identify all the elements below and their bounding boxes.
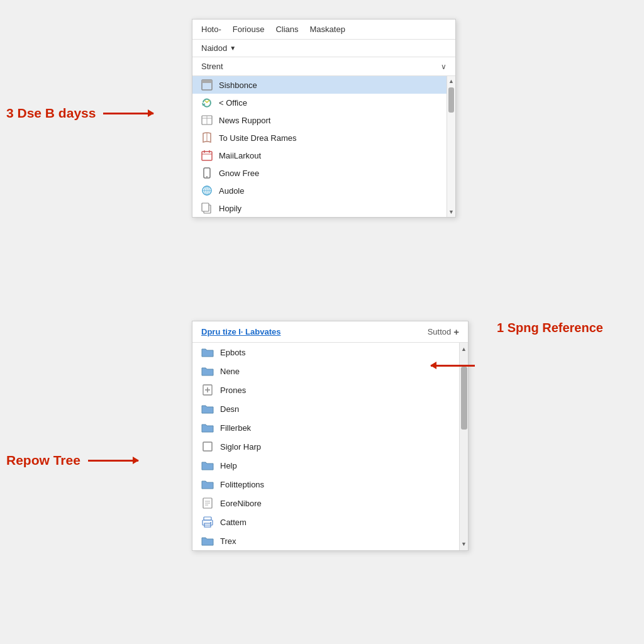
file-item-nene[interactable]: Nene [192,362,459,380]
printer-icon [201,516,214,528]
list-item-gnow-free[interactable]: Gnow Free [192,164,447,182]
scroll-down-button[interactable]: ▼ [447,207,455,217]
file-item-cattem[interactable]: Cattem [192,513,459,531]
file-label: Trex [220,536,236,546]
toolbar-row: Naidod ▼ [192,40,455,57]
list-item-label: Gnow Free [219,169,259,178]
check-refresh-icon [201,97,213,108]
bottom-header: Dpru tize I· Labvates Suttod + [192,321,468,343]
file-label: Fillerbek [220,423,251,433]
square-icon [201,440,214,453]
book-icon [201,132,213,143]
annotation-repow: Repow Tree [6,453,138,468]
list-item-label: Hopily [219,204,242,213]
svg-point-17 [203,186,211,195]
list-item-office[interactable]: < Office [192,94,447,111]
file-item-fillerbek[interactable]: Fillerbek [192,418,459,437]
window-icon [201,79,213,91]
svg-rect-28 [204,517,211,520]
folder-icon [201,402,214,415]
list-item-label: Audole [219,186,244,196]
list-item-sishbonce[interactable]: Sishbonce [192,76,447,94]
list-item-label: Sishbonce [219,80,257,90]
scrollbar-thumb[interactable] [448,87,454,113]
file-label: Epbots [220,348,245,357]
globe-color-icon [201,185,213,196]
scroll-down-btn[interactable]: ▼ [461,539,467,549]
file-item-eorenibore[interactable]: EoreNibore [192,494,459,513]
list-item-news-rupport[interactable]: News Rupport [192,111,447,129]
strent-row[interactable]: Strent ∨ [192,57,455,76]
scrollbar-thumb[interactable] [461,367,467,430]
menu-item-clians[interactable]: Clians [275,25,298,34]
dropdown-wrapper: Sishbonce < Office [192,76,455,217]
list-item-hopily[interactable]: Hopily [192,199,447,217]
file-item-desn[interactable]: Desn [192,399,459,418]
file-list-container: Epbots Nene Prones [192,343,468,550]
file-label: Siglor Harp [220,442,261,452]
file-item-help[interactable]: Help [192,456,459,475]
svg-point-12 [206,176,208,177]
file-item-epbots[interactable]: Epbots [192,343,459,362]
file-label: Folitteptions [220,480,264,489]
naidod-chevron-icon: ▼ [230,45,236,52]
folder-icon [201,459,214,472]
file-label: Nene [220,367,240,376]
file-label: EoreNibore [220,499,262,508]
svg-rect-23 [203,442,212,451]
bottom-scrollbar[interactable]: ▲ ▼ [459,343,468,550]
file-list: Epbots Nene Prones [192,343,459,550]
lines-doc-icon [201,497,214,509]
list-item-audole[interactable]: Audole [192,182,447,199]
menu-item-maskatep[interactable]: Maskatep [310,25,345,34]
svg-rect-6 [202,152,212,160]
folder-icon [201,421,214,434]
annotation-label-repow: Repow Tree [6,453,80,468]
dropdown-list: Sishbonce < Office [192,76,447,217]
folder-icon [201,346,214,358]
file-label: Help [220,461,237,470]
file-item-folitteptions[interactable]: Folitteptions [192,475,459,494]
file-label: Desn [220,404,239,414]
file-item-prones[interactable]: Prones [192,380,459,399]
file-label: Cattem [220,518,247,527]
strent-chevron-icon: ∨ [441,62,447,71]
svg-rect-1 [202,80,212,83]
annotation-label-3dse: 3 Dse B dayss [6,106,96,121]
annotation-3dse: 3 Dse B dayss [6,106,153,121]
menu-item-hoto[interactable]: Hoto- [201,25,221,34]
list-item-label: News Rupport [219,116,270,125]
list-item-label: < Office [219,98,247,108]
scroll-up-button[interactable]: ▲ [447,76,455,86]
folder-icon [201,478,214,491]
list-item-maiilarkout[interactable]: MaiiLarkout [192,147,447,164]
grid-doc-icon [201,114,213,126]
list-item-label: To Usite Drea Rames [219,133,297,143]
scroll-up-btn[interactable]: ▲ [461,344,467,354]
folder-icon [201,365,214,377]
svg-rect-19 [202,203,209,211]
svg-point-31 [210,522,211,523]
bottom-file-panel: Dpru tize I· Labvates Suttod + Epbots Ne… [192,321,469,551]
plus-doc-icon [201,384,214,396]
annotation-arrow-1spng [431,365,475,367]
file-label: Prones [220,386,246,395]
bottom-panel-title[interactable]: Dpru tize I· Labvates [201,327,280,336]
list-item-label: MaiiLarkout [219,151,261,160]
calendar-icon [201,150,213,161]
file-item-siglor-harp[interactable]: Siglor Harp [192,437,459,456]
file-item-trex[interactable]: Trex [192,531,459,550]
menu-item-foriouse[interactable]: Foriouse [233,25,265,34]
copy-doc-icon [201,203,213,214]
menu-bar: Hoto- Foriouse Clians Maskatep [192,19,455,40]
suttod-button[interactable]: Suttod + [428,326,459,337]
annotation-label-1spng: 1 Spng Reference [497,321,603,335]
top-scrollbar[interactable]: ▲ ▼ [447,76,455,217]
folder-icon [201,535,214,547]
phone-icon [201,167,213,179]
top-dropdown-panel: Hoto- Foriouse Clians Maskatep Naidod ▼ … [192,19,456,218]
list-item-usite[interactable]: To Usite Drea Rames [192,129,447,147]
annotation-1spng: 1 Spng Reference [497,321,603,335]
naidod-button[interactable]: Naidod ▼ [201,43,236,53]
